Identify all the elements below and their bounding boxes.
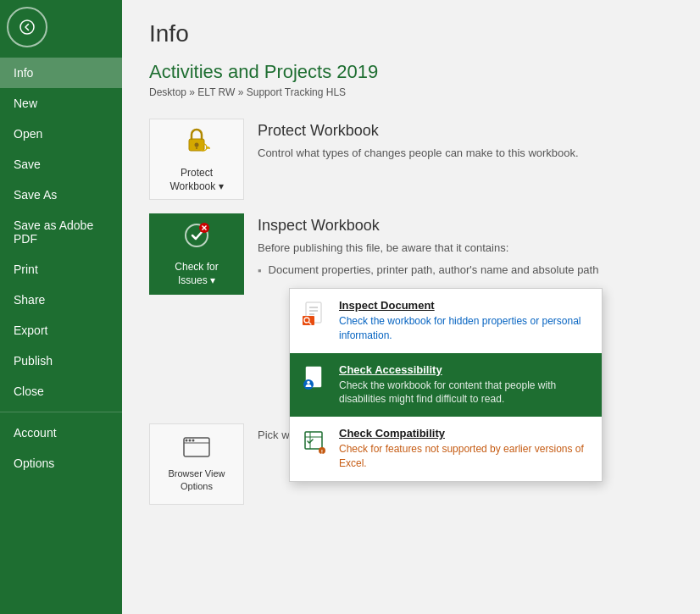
sidebar-item-share[interactable]: Share	[0, 285, 122, 315]
workbook-title: Activities and Projects 2019	[149, 61, 673, 83]
inspect-workbook-desc: Before publishing this file, be aware th…	[258, 240, 673, 257]
protect-workbook-label: ProtectWorkbook ▾	[169, 167, 223, 193]
inspect-document-desc: Check the workbook for hidden properties…	[339, 314, 590, 343]
list-item: Document properties, printer path, autho…	[258, 263, 673, 277]
sidebar-item-print[interactable]: Print	[0, 254, 122, 285]
svg-point-32	[189, 440, 192, 442]
protect-workbook-desc: Control what types of changes people can…	[258, 145, 673, 162]
main-content: Info Activities and Projects 2019 Deskto…	[122, 0, 700, 614]
inspect-document-text: Inspect Document Check the workbook for …	[339, 299, 590, 343]
check-accessibility-desc: Check the workbook for content that peop…	[339, 379, 590, 407]
inspect-workbook-details: Inspect Workbook Before publishing this …	[258, 213, 673, 280]
sidebar-item-save-as-pdf[interactable]: Save as Adobe PDF	[0, 210, 122, 254]
check-issues-icon	[182, 221, 211, 256]
check-accessibility-title: Check Accessibility	[339, 363, 590, 376]
inspect-document-item[interactable]: Inspect Document Check the workbook for …	[290, 289, 602, 353]
sidebar-item-info[interactable]: Info	[0, 58, 122, 88]
protect-workbook-section: ProtectWorkbook ▾ Protect Workbook Contr…	[149, 119, 673, 200]
sidebar-item-options[interactable]: Options	[0, 448, 122, 478]
check-issues-dropdown: Inspect Document Check the workbook for …	[289, 288, 603, 482]
sidebar-item-save-as[interactable]: Save As	[0, 180, 122, 210]
sidebar-item-new[interactable]: New	[0, 88, 122, 119]
inspect-workbook-section: Check forIssues ▾ Inspect Workbook Befor…	[149, 213, 673, 295]
check-accessibility-text: Check Accessibility Check the workbook f…	[339, 363, 590, 407]
sidebar-item-open[interactable]: Open	[0, 119, 122, 149]
sidebar-nav: Info New Open Save Save As Save as Adobe…	[0, 58, 122, 478]
browser-view-icon	[182, 436, 211, 462]
svg-point-33	[192, 440, 195, 442]
check-compatibility-item[interactable]: ! Check Compatibility Check for features…	[290, 417, 602, 481]
protect-workbook-heading: Protect Workbook	[258, 122, 673, 140]
check-accessibility-item[interactable]: Check Accessibility Check the workbook f…	[290, 353, 602, 418]
sidebar-item-close[interactable]: Close	[0, 376, 122, 407]
sidebar: Info New Open Save Save As Save as Adobe…	[0, 0, 122, 614]
protect-workbook-button[interactable]: ProtectWorkbook ▾	[149, 119, 244, 200]
svg-point-2	[195, 142, 199, 147]
sidebar-item-account[interactable]: Account	[0, 418, 122, 448]
svg-point-31	[186, 440, 188, 442]
inspect-workbook-heading: Inspect Workbook	[258, 217, 673, 235]
check-issues-label: Check forIssues ▾	[175, 261, 218, 287]
inspect-workbook-list: Document properties, printer path, autho…	[258, 263, 673, 277]
svg-point-23	[307, 380, 310, 384]
check-compatibility-icon: !	[302, 429, 329, 456]
lock-icon	[181, 125, 212, 162]
page-title: Info	[149, 20, 673, 47]
inspect-document-title: Inspect Document	[339, 299, 590, 312]
check-compatibility-desc: Check for features not supported by earl…	[339, 442, 590, 471]
sidebar-divider	[0, 412, 122, 412]
check-compatibility-title: Check Compatibility	[339, 427, 590, 440]
svg-rect-29	[184, 438, 209, 456]
browser-view-button[interactable]: Browser ViewOptions	[149, 423, 244, 505]
svg-point-0	[20, 20, 34, 34]
sidebar-item-export[interactable]: Export	[0, 315, 122, 346]
check-compatibility-text: Check Compatibility Check for features n…	[339, 427, 590, 471]
check-accessibility-icon	[302, 365, 329, 392]
breadcrumb: Desktop » ELT RW » Support Tracking HLS	[149, 86, 673, 98]
back-button[interactable]	[7, 7, 47, 47]
svg-rect-24	[305, 432, 322, 449]
svg-text:!: !	[321, 449, 323, 455]
protect-workbook-details: Protect Workbook Control what types of c…	[258, 119, 673, 162]
sidebar-item-publish[interactable]: Publish	[0, 346, 122, 376]
browser-view-label: Browser ViewOptions	[168, 467, 225, 492]
check-issues-button[interactable]: Check forIssues ▾	[149, 213, 244, 295]
sidebar-item-save[interactable]: Save	[0, 149, 122, 180]
inspect-document-icon	[302, 301, 329, 328]
